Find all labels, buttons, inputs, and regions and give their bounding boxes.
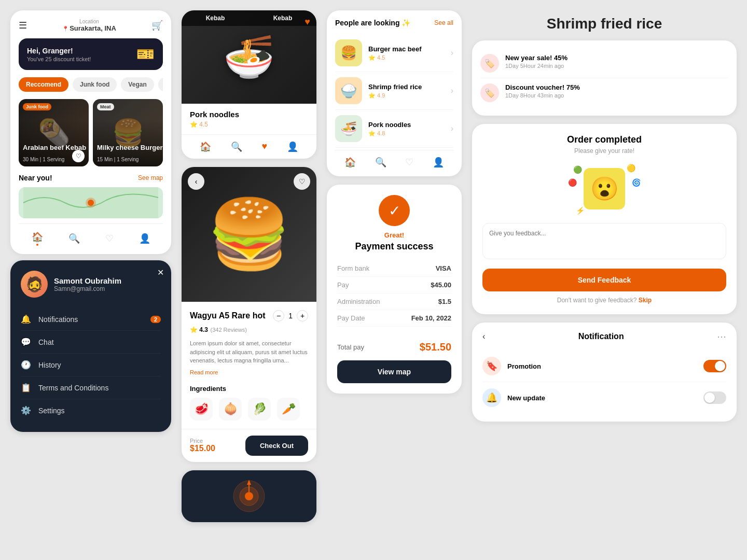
- notifications-list-card: 🏷️ New year sale! 45% 1Day 5Hour 24min a…: [472, 40, 737, 116]
- notif-icon-sale: 🏷️: [480, 54, 499, 73]
- notif-time-sale: 1Day 5Hour 24min ago: [505, 63, 728, 69]
- food-grid: Junk food Arabian beef Kebab 30 Min | 1 …: [19, 99, 163, 166]
- chat-label: Chat: [38, 338, 161, 346]
- feedback-avatar: 😮: [584, 168, 625, 209]
- snav-person-icon[interactable]: 👤: [433, 157, 444, 168]
- menu-items-list: 🔔 Notifications 2 💬 Chat 🕐 History 📋 Ter…: [21, 308, 161, 422]
- shrimp-name: Shrimp fried rice: [368, 83, 445, 91]
- product-title-row: Wagyu A5 Rare hot − 1 +: [190, 310, 308, 321]
- feedback-title: Order completed: [482, 134, 726, 145]
- notif-title-sale: New year sale! 45%: [505, 54, 728, 62]
- send-feedback-button[interactable]: Send Feedback: [482, 269, 726, 291]
- snav-home-icon[interactable]: 🏠: [344, 157, 356, 168]
- burger-rating: 4.5: [377, 54, 385, 61]
- menu-item-chat[interactable]: 💬 Chat: [21, 331, 161, 354]
- arrow-icon-pork: ›: [451, 124, 453, 133]
- location-map: [182, 470, 316, 522]
- product-heart-button[interactable]: ♡: [294, 173, 310, 190]
- total-label: Total pay: [337, 343, 364, 351]
- feedback-textarea[interactable]: [482, 223, 726, 259]
- nav2-home-icon[interactable]: 🏠: [200, 141, 211, 152]
- food-card-burger[interactable]: Meat Milky cheese Burger 15 Min | 1 Serv…: [93, 99, 163, 166]
- toggle-knob-promotion: [715, 361, 725, 371]
- category-pills: Reccomend Junk food Vegan Bre...: [19, 77, 163, 92]
- pill-reccomend[interactable]: Reccomend: [19, 77, 68, 92]
- nav2-search-icon[interactable]: 🔍: [231, 141, 242, 152]
- more-options-icon[interactable]: ⋯: [717, 331, 726, 342]
- shrimp-rating: 4.9: [377, 92, 385, 99]
- newupdate-toggle[interactable]: [703, 391, 726, 404]
- back-button[interactable]: ‹: [188, 173, 204, 190]
- shrimp-info: Shrimp fried rice ⭐ 4.9: [368, 83, 445, 99]
- person-emoji: 😮: [590, 175, 619, 202]
- menu-item-settings[interactable]: ⚙️ Settings: [21, 399, 161, 422]
- snav-search-icon[interactable]: 🔍: [375, 157, 386, 168]
- read-more-link[interactable]: Read more: [190, 369, 218, 375]
- menu-icon[interactable]: ☰: [19, 20, 27, 31]
- see-map-link[interactable]: See map: [138, 174, 163, 181]
- notif-content-voucher: Discount voucher! 75% 1Day 8Hour 43min a…: [505, 83, 728, 99]
- nav2-person-icon[interactable]: 👤: [287, 141, 298, 152]
- column-3: People are looking ✨ See all 🍔 Burger ma…: [327, 10, 462, 394]
- nav-home-dot: [36, 244, 38, 246]
- notif-content-sale: New year sale! 45% 1Day 5Hour 24min ago: [505, 54, 728, 69]
- nav-profile[interactable]: 👤: [139, 233, 150, 244]
- skip-prefix: Don't want to give feedback?: [557, 297, 637, 304]
- snav-heart-icon[interactable]: ♡: [405, 157, 413, 168]
- payment-row-date: Pay Date Feb 10, 2022: [337, 310, 451, 327]
- avatar: 🧔: [21, 271, 48, 298]
- search-results-card: People are looking ✨ See all 🍔 Burger ma…: [327, 10, 462, 176]
- qty-decrease-button[interactable]: −: [273, 310, 284, 321]
- food-result-burger[interactable]: 🍔 Burger mac beef ⭐ 4.5 ›: [335, 34, 453, 72]
- notif-time-voucher: 1Day 8Hour 43min ago: [505, 92, 728, 99]
- menu-item-notifications[interactable]: 🔔 Notifications 2: [21, 308, 161, 331]
- cart-icon[interactable]: 🛒: [151, 20, 163, 31]
- see-all-link[interactable]: See all: [434, 19, 453, 26]
- nav-profile-icon: 👤: [139, 233, 150, 244]
- menu-item-history[interactable]: 🕐 History: [21, 354, 161, 376]
- location-label: Location: [62, 19, 116, 24]
- pill-bre[interactable]: Bre...: [158, 77, 163, 92]
- profile-avatar-row: 🧔 Samont Oubrahim Samn@gmail.com: [21, 271, 161, 298]
- history-icon: 🕐: [21, 360, 31, 370]
- promotion-label: Promotion: [507, 362, 697, 370]
- confetti-5: 🌀: [632, 178, 641, 187]
- terms-label: Terms and Conditions: [38, 384, 161, 392]
- promotion-toggle[interactable]: [703, 360, 726, 372]
- nav-heart[interactable]: ♡: [105, 233, 114, 244]
- form-bank-value: VISA: [436, 264, 451, 272]
- payment-details: Form bank VISA Pay $45.00 Administration…: [337, 260, 451, 327]
- nav-search[interactable]: 🔍: [68, 233, 80, 244]
- product-detail-card: 🍔 ‹ ♡ Wagyu A5 Rare hot − 1 + ⭐ 4.3 (342: [182, 167, 316, 462]
- nav-home[interactable]: 🏠: [32, 231, 43, 246]
- phone-nav: 🏠 🔍 ♡ 👤: [19, 223, 163, 246]
- food-card-kebab[interactable]: Junk food Arabian beef Kebab 30 Min | 1 …: [19, 99, 89, 166]
- view-map-button[interactable]: View map: [337, 360, 451, 383]
- pill-vegan[interactable]: Vegan: [121, 77, 154, 92]
- sparkle-icon: ✨: [402, 19, 410, 27]
- kebab-btn-1: Kebab: [182, 10, 249, 26]
- skip-link[interactable]: Skip: [639, 297, 652, 304]
- product-price-row: Price $15.00 Check Out: [182, 429, 316, 462]
- pill-junkfood[interactable]: Junk food: [73, 77, 117, 92]
- nav-search-icon: 🔍: [68, 233, 80, 244]
- close-icon[interactable]: ✕: [157, 268, 164, 277]
- food-result-shrimp[interactable]: 🍚 Shrimp fried rice ⭐ 4.9 ›: [335, 72, 453, 110]
- search-rating: 4.5: [199, 121, 208, 128]
- search-results-header: People are looking ✨ See all: [335, 19, 453, 27]
- noodles-visual: 🍜: [223, 33, 275, 81]
- search-food-title: Pork noodles: [190, 110, 308, 119]
- product-image-area: 🍔 ‹ ♡: [182, 167, 316, 302]
- qty-increase-button[interactable]: +: [297, 310, 308, 321]
- checkout-button[interactable]: Check Out: [245, 436, 308, 456]
- nav2-heart-icon[interactable]: ♥: [262, 141, 268, 152]
- notif-settings-back-icon[interactable]: ‹: [482, 332, 485, 341]
- search-stars: ⭐ 4.5: [190, 121, 308, 128]
- greeting-banner: Hei, Granger! You've 25 discount ticket!…: [19, 38, 163, 70]
- food-result-pork[interactable]: 🍜 Pork noodles ⭐ 4.8 ›: [335, 110, 453, 148]
- heart-overlay[interactable]: ♥: [305, 17, 310, 27]
- nav-home-icon: 🏠: [32, 231, 43, 243]
- profile-name: Samont Oubrahim: [54, 276, 121, 285]
- price-label: Price: [190, 438, 215, 444]
- menu-item-terms[interactable]: 📋 Terms and Conditions: [21, 376, 161, 399]
